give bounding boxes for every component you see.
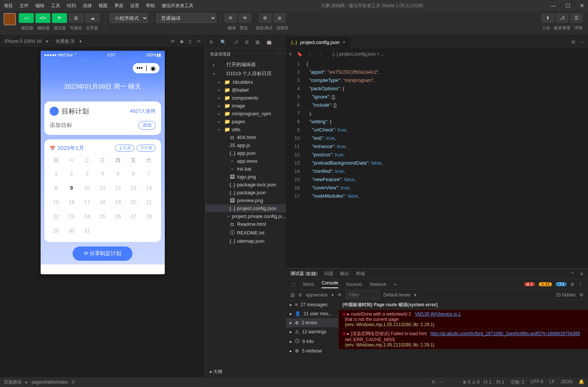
console-filter-item[interactable]: ▸👤21 user mes... [286,309,338,318]
editor-tab[interactable]: {..} project.config.json × [286,36,351,48]
tree-item[interactable]: ▸📁image [205,102,286,110]
calendar-day[interactable]: 9 [65,182,78,194]
info-count[interactable]: ❐ 1 [556,282,567,286]
calendar-day[interactable]: 1 [50,168,63,180]
calendar-day[interactable]: 28 [142,210,155,222]
calendar-day[interactable]: 23 [65,210,78,222]
code-editor[interactable]: 1234567891011121314151617 { "appid": "wx… [286,60,588,268]
calendar-day[interactable]: 7 [142,168,155,180]
network-tab[interactable]: Network [370,282,386,287]
hotreload-label[interactable]: 热重载 关 [56,38,75,45]
kebab-icon[interactable]: ⋮ [578,282,583,287]
console-filter-item[interactable]: ▸≡27 messages [286,300,338,309]
add-goal-button[interactable]: 添加 [138,121,156,130]
ext-icon[interactable]: ⊞ [245,39,249,45]
simulator-button[interactable]: ▭ [19,13,34,23]
output-tab[interactable]: 输出 [340,271,349,277]
menu-item[interactable]: 帮助 [146,3,155,9]
page-path[interactable]: pages/index/index [32,379,68,385]
menu-item[interactable]: 微信开发者工具 [162,3,193,9]
cursor-pos[interactable]: 行 1，列 1 [483,379,504,385]
calendar-day[interactable]: 29 [50,225,63,237]
calendar-day[interactable]: 3 [81,168,94,180]
outline-section[interactable]: ▸ 大纲 [205,366,286,377]
calendar-day[interactable]: 20 [127,196,140,208]
calendar-day[interactable]: 21 [142,196,155,208]
tree-item[interactable]: 🖼preview.png [205,197,286,204]
breadcrumb[interactable]: {..} project.config.json > ... [327,50,390,58]
version-button[interactable]: ⎇ [556,13,568,23]
tree-item[interactable]: ▸📁pages [205,118,286,125]
terminal-tab[interactable]: 终端 [356,271,365,277]
menu-item[interactable]: 选择 [83,3,92,9]
eol[interactable]: LF [549,379,555,385]
calendar-day[interactable]: 5 [111,168,125,180]
tree-item[interactable]: {..}package.json [205,189,286,197]
menu-item[interactable]: 工具 [51,3,60,9]
share-button[interactable]: ⟳ 分享制定计划 [73,246,133,261]
calendar-day[interactable]: 6 [127,168,140,180]
split-icon[interactable]: ⊞ [571,39,575,45]
menu-item[interactable]: 项目 [4,3,13,9]
tree-item[interactable]: {..}sitemap.json [205,237,286,245]
calendar-day[interactable]: 22 [50,210,63,222]
mode-select[interactable]: 小程序模式 [109,13,148,23]
eye-icon[interactable]: 👁 [337,292,342,298]
encoding[interactable]: UTF-8 [530,379,543,385]
tree-item[interactable]: ▾D1019 个人目标日历 [205,69,286,78]
more-icon[interactable]: ⋯ [439,379,444,385]
calendar-day[interactable]: 19 [111,196,125,208]
list-icon[interactable]: ≡ [289,51,292,57]
sources-tab[interactable]: Sources [346,282,362,287]
tree-item[interactable]: ▸📁utils [205,125,286,133]
close-tab-icon[interactable]: × [343,39,346,45]
ban-icon[interactable]: ⊘ [298,292,302,298]
wxml-tab[interactable]: Wxml [303,282,314,287]
tree-item[interactable]: {..}package-lock.json [205,181,286,189]
calendar-day[interactable]: 13 [127,182,140,194]
compile-select[interactable]: 普通编译 [156,13,216,23]
tree-item[interactable]: ▫app.wxss [205,157,286,165]
stop-icon[interactable]: ◉ [180,39,184,44]
menu-item[interactable]: 界面 [114,3,123,9]
copy-icon[interactable]: ⎘ [72,379,74,385]
bookmark-icon[interactable]: 🔖 [297,51,302,57]
console-filter-item[interactable]: ▸ⓘ8 info [286,336,338,346]
calendar-day[interactable]: 18 [96,196,109,208]
close-icon[interactable]: ✕ [580,3,584,9]
compile-button[interactable]: ⟳ [224,13,237,23]
phone-simulator[interactable]: ●●●●● WeChat ⌃ 0:57 100% ▮▮ ••• | ◉ 2023… [41,51,165,274]
refresh-icon[interactable]: ⟳ [171,39,175,44]
capsule-button[interactable]: ••• | ◉ [133,63,160,73]
filter-input[interactable] [346,291,380,299]
calendar-day[interactable]: 4 [96,168,109,180]
calendar-day[interactable]: 12 [111,182,125,194]
next-month-button[interactable]: 下个月 [137,145,156,152]
files-tab-icon[interactable]: 🗎 [209,39,214,45]
editor-button[interactable]: </> [35,13,50,23]
minimize-icon[interactable]: — [551,3,556,9]
sync-icon[interactable]: ↻ [432,379,436,385]
branch-icon[interactable]: ⎇ [233,39,238,45]
tree-item[interactable]: {..}project.config.json [205,204,286,212]
calendar-day[interactable]: 17 [81,196,94,208]
target-icon[interactable]: ◉ [150,65,156,72]
menu-item[interactable]: 设置 [130,3,139,9]
problems-tab[interactable]: 问题 [324,271,333,277]
menu-item[interactable]: 文件 [20,3,29,9]
error-count[interactable]: ⊗ 2 [524,282,535,286]
calendar-day[interactable]: 24 [81,210,94,222]
console-tab[interactable]: Console [322,280,338,288]
calendar-day[interactable]: 16 [65,196,78,208]
tree-item[interactable]: {..}app.json [205,149,286,157]
console-message[interactable]: ⊗ ▸ [渲染层网络层错误] Failed to load font http:… [339,329,588,349]
debugger-tab[interactable]: 调试器 2, 12 [290,271,318,277]
indent[interactable]: 空格: 2 [511,379,524,385]
prev-month-button[interactable]: 上个月 [115,145,134,152]
calendar-day[interactable]: 26 [111,210,125,222]
menu-item[interactable]: 转到 [67,3,76,9]
calendar-day[interactable]: 8 [50,182,63,194]
console-filter-item[interactable]: ▸⚙5 verbose [286,346,338,355]
calendar-day[interactable]: 15 [50,196,63,208]
calendar-day[interactable]: 30 [65,225,78,237]
